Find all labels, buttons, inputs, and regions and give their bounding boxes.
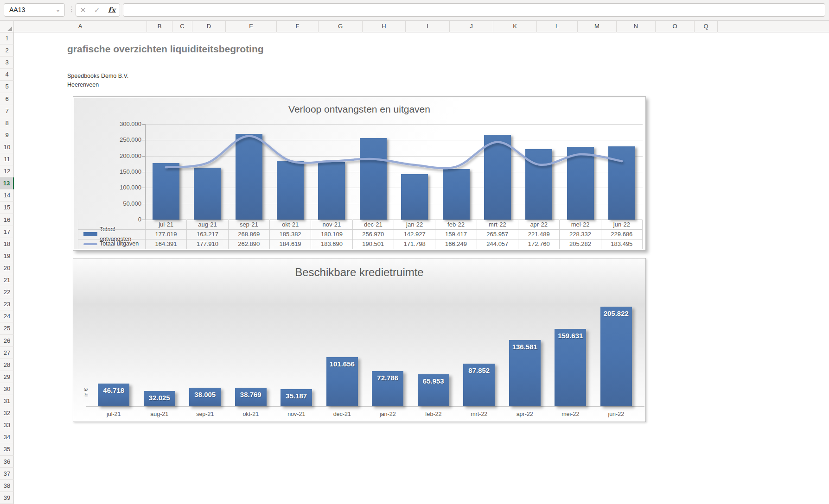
insert-function-icon[interactable]: fx <box>108 6 115 14</box>
row-header-16[interactable]: 16 <box>0 214 14 226</box>
row-header-29[interactable]: 29 <box>0 371 14 383</box>
city-text: Heerenveen <box>67 82 99 88</box>
row-header-1[interactable]: 1 <box>0 32 14 44</box>
month-header-sep-21: sep-21 <box>229 220 270 229</box>
data-table-series-row: Totaal uitgaven164.391177.910262.890184.… <box>78 239 643 249</box>
row-header-31[interactable]: 31 <box>0 395 14 407</box>
column-header-C[interactable]: C <box>172 21 192 32</box>
row-header-11[interactable]: 11 <box>0 153 14 165</box>
row-header-25[interactable]: 25 <box>0 322 14 334</box>
month-label-jan-22: jan-22 <box>365 411 411 417</box>
row-header-30[interactable]: 30 <box>0 383 14 395</box>
formula-input[interactable] <box>123 3 825 17</box>
row-header-23[interactable]: 23 <box>0 298 14 310</box>
row-header-6[interactable]: 6 <box>0 93 14 105</box>
bar-ontvangsten-nov-21[interactable] <box>318 162 345 220</box>
bar-ontvangsten-jun-22[interactable] <box>608 146 635 220</box>
y-axis-title: in € <box>83 388 89 397</box>
value-totaal-ontvangsten-okt-21: 185.382 <box>270 229 311 239</box>
month-label-okt-21: okt-21 <box>228 411 274 417</box>
month-header-nov-21: nov-21 <box>311 220 352 229</box>
value-totaal-ontvangsten-dec-21: 256.970 <box>353 229 394 239</box>
row-header-26[interactable]: 26 <box>0 335 14 347</box>
chart-ontvangsten-uitgaven[interactable]: Verloop ontvangsten en uitgaven 300.0002… <box>73 96 646 251</box>
row-header-10[interactable]: 10 <box>0 141 14 153</box>
bar-ontvangsten-aug-21[interactable] <box>194 168 221 220</box>
confirm-icon[interactable]: ✓ <box>94 6 100 14</box>
row-header-8[interactable]: 8 <box>0 117 14 129</box>
row-header-12[interactable]: 12 <box>0 165 14 177</box>
row-header-21[interactable]: 21 <box>0 274 14 286</box>
row-header-15[interactable]: 15 <box>0 202 14 214</box>
bar-ontvangsten-mrt-22[interactable] <box>484 135 511 220</box>
bar-ontvangsten-okt-21[interactable] <box>277 161 304 220</box>
column-header-I[interactable]: I <box>406 21 450 32</box>
column-header-K[interactable]: K <box>493 21 537 32</box>
row-header-32[interactable]: 32 <box>0 407 14 419</box>
month-label-sep-21: sep-21 <box>182 411 228 417</box>
column-header-Q[interactable]: Q <box>695 21 718 32</box>
bar-ontvangsten-feb-22[interactable] <box>443 169 470 220</box>
value-totaal-ontvangsten-mei-22: 228.332 <box>560 229 601 239</box>
formula-bar-row: AA13 ⌄ ⋮ ✕ ✓ fx <box>0 0 829 21</box>
chart1-data-table: jul-21aug-21sep-21okt-21nov-21dec-21jan-… <box>78 220 643 249</box>
chart-kredietruimte[interactable]: Beschikbare kredietruimte in €46.718jul-… <box>73 258 646 422</box>
row-header-3[interactable]: 3 <box>0 57 14 69</box>
row-header-7[interactable]: 7 <box>0 105 14 117</box>
month-header-aug-21: aug-21 <box>187 220 228 229</box>
row-header-2[interactable]: 2 <box>0 44 14 57</box>
column-headers: ABCDEFGHIJKLMNOQ <box>0 21 829 32</box>
column-header-H[interactable]: H <box>363 21 406 32</box>
y-axis-line <box>145 124 146 220</box>
column-header-A[interactable]: A <box>14 21 147 32</box>
column-header-M[interactable]: M <box>578 21 617 32</box>
row-header-5[interactable]: 5 <box>0 81 14 93</box>
bar-ontvangsten-apr-22[interactable] <box>525 149 552 220</box>
row-header-4[interactable]: 4 <box>0 69 14 81</box>
bar-ontvangsten-mei-22[interactable] <box>567 147 594 220</box>
bar-ontvangsten-jan-22[interactable] <box>401 174 428 220</box>
cancel-icon[interactable]: ✕ <box>80 6 86 14</box>
row-header-22[interactable]: 22 <box>0 286 14 298</box>
row-header-9[interactable]: 9 <box>0 129 14 141</box>
worksheet-area[interactable]: grafische overzichten liquiditeitsbegrot… <box>14 32 829 504</box>
row-header-17[interactable]: 17 <box>0 226 14 238</box>
select-all-button[interactable] <box>0 21 14 32</box>
column-header-B[interactable]: B <box>147 21 172 32</box>
row-header-38[interactable]: 38 <box>0 480 14 492</box>
value-totaal-uitgaven-jul-21: 164.391 <box>146 239 187 249</box>
row-header-39[interactable]: 39 <box>0 492 14 504</box>
chevron-down-icon[interactable]: ⌄ <box>56 4 60 16</box>
month-header-okt-21: okt-21 <box>270 220 311 229</box>
value-totaal-ontvangsten-nov-21: 180.109 <box>311 229 352 239</box>
column-header-D[interactable]: D <box>192 21 226 32</box>
column-header-N[interactable]: N <box>617 21 656 32</box>
row-header-18[interactable]: 18 <box>0 238 14 250</box>
row-header-20[interactable]: 20 <box>0 262 14 274</box>
row-header-33[interactable]: 33 <box>0 419 14 431</box>
bar-ontvangsten-dec-21[interactable] <box>360 138 387 220</box>
row-header-19[interactable]: 19 <box>0 250 14 262</box>
row-header-14[interactable]: 14 <box>0 189 14 202</box>
name-box[interactable]: AA13 ⌄ <box>4 3 65 17</box>
column-header-L[interactable]: L <box>537 21 578 32</box>
column-header-J[interactable]: J <box>450 21 493 32</box>
row-header-37[interactable]: 37 <box>0 468 14 480</box>
bar-ontvangsten-sep-21[interactable] <box>236 134 262 220</box>
bar-ontvangsten-jul-21[interactable] <box>153 163 179 220</box>
value-totaal-uitgaven-mei-22: 205.282 <box>560 239 601 249</box>
month-header-jan-22: jan-22 <box>394 220 435 229</box>
row-header-24[interactable]: 24 <box>0 310 14 322</box>
row-header-13[interactable]: 13 <box>0 177 14 189</box>
row-header-36[interactable]: 36 <box>0 456 14 468</box>
column-header-E[interactable]: E <box>226 21 277 32</box>
column-header-G[interactable]: G <box>319 21 363 32</box>
row-header-28[interactable]: 28 <box>0 359 14 371</box>
column-header-O[interactable]: O <box>656 21 695 32</box>
row-header-34[interactable]: 34 <box>0 431 14 443</box>
bar-krediet-jun-22[interactable] <box>600 307 632 406</box>
row-header-35[interactable]: 35 <box>0 443 14 455</box>
column-header-F[interactable]: F <box>277 21 319 32</box>
bar-krediet-mei-22[interactable] <box>555 329 586 406</box>
row-header-27[interactable]: 27 <box>0 347 14 359</box>
